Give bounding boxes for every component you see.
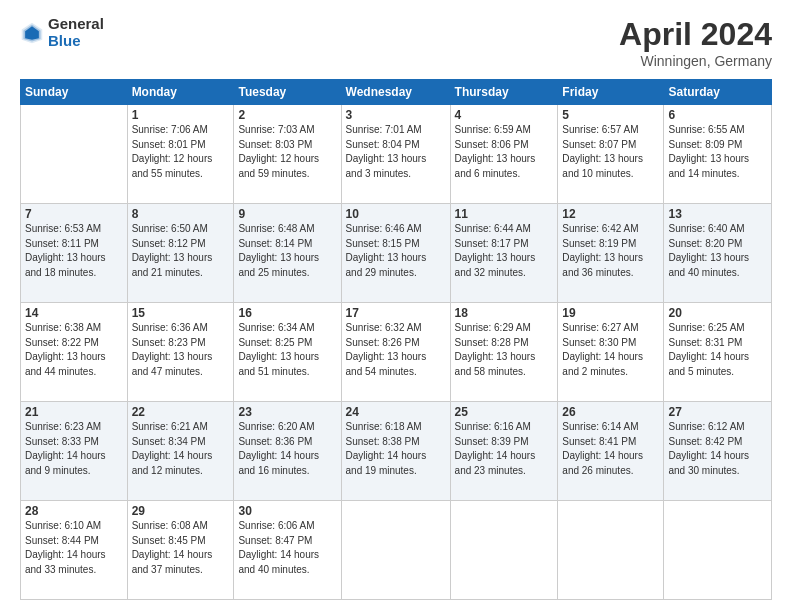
header-thursday: Thursday — [450, 80, 558, 105]
day-number: 17 — [346, 306, 446, 320]
day-cell: 28Sunrise: 6:10 AMSunset: 8:44 PMDayligh… — [21, 501, 128, 600]
day-number: 28 — [25, 504, 123, 518]
header-row: Sunday Monday Tuesday Wednesday Thursday… — [21, 80, 772, 105]
day-cell: 18Sunrise: 6:29 AMSunset: 8:28 PMDayligh… — [450, 303, 558, 402]
logo-blue: Blue — [48, 33, 104, 50]
day-cell: 2Sunrise: 7:03 AMSunset: 8:03 PMDaylight… — [234, 105, 341, 204]
day-info: Sunrise: 6:18 AMSunset: 8:38 PMDaylight:… — [346, 420, 446, 478]
day-info: Sunrise: 6:40 AMSunset: 8:20 PMDaylight:… — [668, 222, 767, 280]
day-info: Sunrise: 6:06 AMSunset: 8:47 PMDaylight:… — [238, 519, 336, 577]
day-info: Sunrise: 6:48 AMSunset: 8:14 PMDaylight:… — [238, 222, 336, 280]
week-row-1: 1Sunrise: 7:06 AMSunset: 8:01 PMDaylight… — [21, 105, 772, 204]
day-cell: 20Sunrise: 6:25 AMSunset: 8:31 PMDayligh… — [664, 303, 772, 402]
day-cell: 11Sunrise: 6:44 AMSunset: 8:17 PMDayligh… — [450, 204, 558, 303]
day-cell: 23Sunrise: 6:20 AMSunset: 8:36 PMDayligh… — [234, 402, 341, 501]
day-number: 3 — [346, 108, 446, 122]
day-cell: 8Sunrise: 6:50 AMSunset: 8:12 PMDaylight… — [127, 204, 234, 303]
day-info: Sunrise: 7:03 AMSunset: 8:03 PMDaylight:… — [238, 123, 336, 181]
day-number: 25 — [455, 405, 554, 419]
day-number: 15 — [132, 306, 230, 320]
day-number: 11 — [455, 207, 554, 221]
day-info: Sunrise: 6:14 AMSunset: 8:41 PMDaylight:… — [562, 420, 659, 478]
day-info: Sunrise: 6:55 AMSunset: 8:09 PMDaylight:… — [668, 123, 767, 181]
day-cell: 7Sunrise: 6:53 AMSunset: 8:11 PMDaylight… — [21, 204, 128, 303]
day-info: Sunrise: 6:29 AMSunset: 8:28 PMDaylight:… — [455, 321, 554, 379]
day-cell: 15Sunrise: 6:36 AMSunset: 8:23 PMDayligh… — [127, 303, 234, 402]
day-info: Sunrise: 6:10 AMSunset: 8:44 PMDaylight:… — [25, 519, 123, 577]
day-number: 30 — [238, 504, 336, 518]
day-info: Sunrise: 6:36 AMSunset: 8:23 PMDaylight:… — [132, 321, 230, 379]
day-number: 19 — [562, 306, 659, 320]
day-cell: 4Sunrise: 6:59 AMSunset: 8:06 PMDaylight… — [450, 105, 558, 204]
day-info: Sunrise: 6:53 AMSunset: 8:11 PMDaylight:… — [25, 222, 123, 280]
day-cell: 26Sunrise: 6:14 AMSunset: 8:41 PMDayligh… — [558, 402, 664, 501]
day-cell — [341, 501, 450, 600]
day-number: 23 — [238, 405, 336, 419]
day-cell: 17Sunrise: 6:32 AMSunset: 8:26 PMDayligh… — [341, 303, 450, 402]
day-number: 24 — [346, 405, 446, 419]
day-number: 16 — [238, 306, 336, 320]
day-number: 9 — [238, 207, 336, 221]
day-cell: 30Sunrise: 6:06 AMSunset: 8:47 PMDayligh… — [234, 501, 341, 600]
title-block: April 2024 Winningen, Germany — [619, 16, 772, 69]
day-cell: 1Sunrise: 7:06 AMSunset: 8:01 PMDaylight… — [127, 105, 234, 204]
day-info: Sunrise: 6:12 AMSunset: 8:42 PMDaylight:… — [668, 420, 767, 478]
header-sunday: Sunday — [21, 80, 128, 105]
day-cell: 5Sunrise: 6:57 AMSunset: 8:07 PMDaylight… — [558, 105, 664, 204]
day-info: Sunrise: 6:34 AMSunset: 8:25 PMDaylight:… — [238, 321, 336, 379]
day-cell: 25Sunrise: 6:16 AMSunset: 8:39 PMDayligh… — [450, 402, 558, 501]
day-info: Sunrise: 6:57 AMSunset: 8:07 PMDaylight:… — [562, 123, 659, 181]
day-info: Sunrise: 7:06 AMSunset: 8:01 PMDaylight:… — [132, 123, 230, 181]
day-number: 4 — [455, 108, 554, 122]
day-cell: 9Sunrise: 6:48 AMSunset: 8:14 PMDaylight… — [234, 204, 341, 303]
day-info: Sunrise: 6:42 AMSunset: 8:19 PMDaylight:… — [562, 222, 659, 280]
day-number: 14 — [25, 306, 123, 320]
header-friday: Friday — [558, 80, 664, 105]
day-info: Sunrise: 6:27 AMSunset: 8:30 PMDaylight:… — [562, 321, 659, 379]
day-info: Sunrise: 6:16 AMSunset: 8:39 PMDaylight:… — [455, 420, 554, 478]
header-monday: Monday — [127, 80, 234, 105]
day-number: 2 — [238, 108, 336, 122]
main-title: April 2024 — [619, 16, 772, 53]
day-info: Sunrise: 6:38 AMSunset: 8:22 PMDaylight:… — [25, 321, 123, 379]
subtitle: Winningen, Germany — [619, 53, 772, 69]
week-row-2: 7Sunrise: 6:53 AMSunset: 8:11 PMDaylight… — [21, 204, 772, 303]
day-cell: 19Sunrise: 6:27 AMSunset: 8:30 PMDayligh… — [558, 303, 664, 402]
day-cell: 10Sunrise: 6:46 AMSunset: 8:15 PMDayligh… — [341, 204, 450, 303]
day-number: 21 — [25, 405, 123, 419]
day-number: 18 — [455, 306, 554, 320]
day-number: 8 — [132, 207, 230, 221]
day-info: Sunrise: 7:01 AMSunset: 8:04 PMDaylight:… — [346, 123, 446, 181]
day-number: 7 — [25, 207, 123, 221]
day-info: Sunrise: 6:20 AMSunset: 8:36 PMDaylight:… — [238, 420, 336, 478]
day-cell: 13Sunrise: 6:40 AMSunset: 8:20 PMDayligh… — [664, 204, 772, 303]
day-number: 1 — [132, 108, 230, 122]
header-saturday: Saturday — [664, 80, 772, 105]
day-number: 22 — [132, 405, 230, 419]
day-info: Sunrise: 6:46 AMSunset: 8:15 PMDaylight:… — [346, 222, 446, 280]
day-info: Sunrise: 6:32 AMSunset: 8:26 PMDaylight:… — [346, 321, 446, 379]
header-tuesday: Tuesday — [234, 80, 341, 105]
day-cell: 22Sunrise: 6:21 AMSunset: 8:34 PMDayligh… — [127, 402, 234, 501]
day-number: 27 — [668, 405, 767, 419]
day-cell: 12Sunrise: 6:42 AMSunset: 8:19 PMDayligh… — [558, 204, 664, 303]
day-cell — [450, 501, 558, 600]
week-row-5: 28Sunrise: 6:10 AMSunset: 8:44 PMDayligh… — [21, 501, 772, 600]
day-number: 12 — [562, 207, 659, 221]
logo-icon — [20, 21, 44, 45]
day-cell: 27Sunrise: 6:12 AMSunset: 8:42 PMDayligh… — [664, 402, 772, 501]
day-number: 29 — [132, 504, 230, 518]
week-row-4: 21Sunrise: 6:23 AMSunset: 8:33 PMDayligh… — [21, 402, 772, 501]
page: General Blue April 2024 Winningen, Germa… — [0, 0, 792, 612]
day-info: Sunrise: 6:25 AMSunset: 8:31 PMDaylight:… — [668, 321, 767, 379]
day-number: 10 — [346, 207, 446, 221]
day-info: Sunrise: 6:59 AMSunset: 8:06 PMDaylight:… — [455, 123, 554, 181]
day-number: 6 — [668, 108, 767, 122]
logo-text: General Blue — [48, 16, 104, 49]
day-cell: 21Sunrise: 6:23 AMSunset: 8:33 PMDayligh… — [21, 402, 128, 501]
week-row-3: 14Sunrise: 6:38 AMSunset: 8:22 PMDayligh… — [21, 303, 772, 402]
day-cell — [558, 501, 664, 600]
day-cell: 14Sunrise: 6:38 AMSunset: 8:22 PMDayligh… — [21, 303, 128, 402]
header-wednesday: Wednesday — [341, 80, 450, 105]
day-number: 26 — [562, 405, 659, 419]
